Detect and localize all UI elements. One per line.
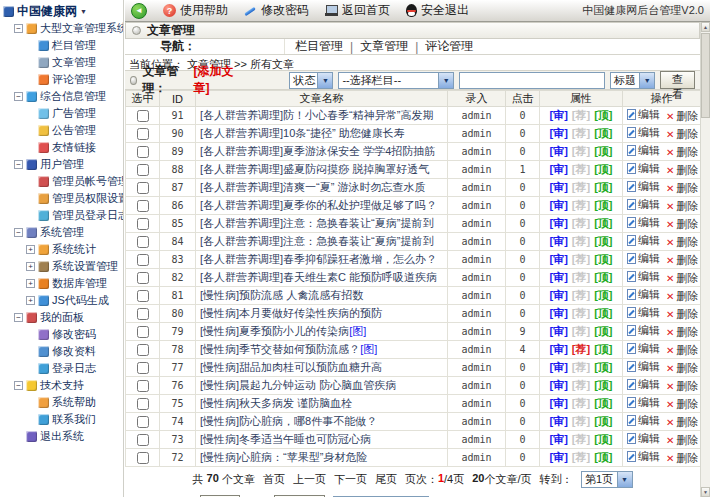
audit-flag[interactable]: [审] [550,433,568,445]
sidebar-item[interactable]: − 系统管理 [0,224,123,241]
edit-button[interactable]: 编辑 [627,449,660,464]
sidebar-item[interactable]: 友情链接 [0,139,123,156]
row-checkbox[interactable] [137,344,149,356]
delete-button[interactable]: ✕删除 [666,361,698,376]
row-checkbox[interactable] [137,308,149,320]
last-page-link[interactable]: 尾页 [375,472,397,487]
edit-button[interactable]: 编辑 [627,215,660,230]
row-checkbox[interactable] [137,452,149,464]
recommend-flag[interactable]: [荐] [572,415,590,427]
sidebar-item[interactable]: + JS代码生成 [0,292,123,309]
edit-button[interactable]: 编辑 [627,143,660,158]
row-checkbox[interactable] [137,128,149,140]
sidebar-item[interactable]: 管理员权限设置 [0,190,123,207]
row-checkbox[interactable] [137,416,149,428]
row-checkbox[interactable] [137,254,149,266]
edit-button[interactable]: 编辑 [627,179,660,194]
audit-flag[interactable]: [审] [550,217,568,229]
sidebar-item[interactable]: 修改资料 [0,343,123,360]
field-select[interactable]: 标题 ▼ [610,72,655,89]
top-flag[interactable]: [顶] [594,325,612,337]
row-checkbox[interactable] [137,398,149,410]
recommend-flag[interactable]: [荐] [572,361,590,373]
edit-button[interactable]: 编辑 [627,269,660,284]
delete-button[interactable]: ✕删除 [666,217,698,232]
recommend-flag[interactable]: [荐] [572,289,590,301]
top-flag[interactable]: [顶] [594,235,612,247]
sidebar-item[interactable]: − 技术支持 [0,377,123,394]
edit-button[interactable]: 编辑 [627,287,660,302]
edit-button[interactable]: 编辑 [627,107,660,122]
article-title-link[interactable]: [慢性病]季节交替如何预防流感？[图] [200,343,377,355]
edit-button[interactable]: 编辑 [627,233,660,248]
top-flag[interactable]: [顶] [594,271,612,283]
top-flag[interactable]: [顶] [594,163,612,175]
collapse-icon[interactable]: − [14,160,23,169]
delete-button[interactable]: ✕删除 [666,397,698,412]
article-title-link[interactable]: [慢性病]防心脏病，哪8件事不能做？ [200,415,377,427]
edit-button[interactable]: 编辑 [627,323,660,338]
delete-button[interactable]: ✕删除 [666,235,698,250]
delete-button[interactable]: ✕删除 [666,307,698,322]
article-title-link[interactable]: [慢性病]本月要做好传染性疾病的预防 [200,307,382,319]
recommend-flag[interactable]: [荐] [572,145,590,157]
search-button[interactable]: 查看 [660,71,695,89]
sidebar-item[interactable]: 栏目管理 [0,37,123,54]
sidebar-item[interactable]: + 系统统计 [0,241,123,258]
row-checkbox[interactable] [137,200,149,212]
audit-flag[interactable]: [审] [550,379,568,391]
top-flag[interactable]: [顶] [594,361,612,373]
article-title-link[interactable]: [各人群营养调理]10条“捷径” 助您健康长寿 [200,127,405,139]
audit-flag[interactable]: [审] [550,109,568,121]
recommend-flag[interactable]: [荐] [572,325,590,337]
top-flag[interactable]: [顶] [594,217,612,229]
top-flag[interactable]: [顶] [594,181,612,193]
sidebar-item[interactable]: 文章管理 [0,54,123,71]
expand-icon[interactable]: + [26,296,35,305]
vertical-scrollbar[interactable]: ▲ ▼ [700,22,710,497]
top-flag[interactable]: [顶] [594,253,612,265]
recommend-flag[interactable]: [荐] [572,235,590,247]
row-checkbox[interactable] [137,326,149,338]
collapse-icon[interactable]: − [14,381,23,390]
top-flag[interactable]: [顶] [594,199,612,211]
delete-button[interactable]: ✕删除 [666,289,698,304]
add-article-link[interactable]: [添加文章] [193,63,236,97]
edit-button[interactable]: 编辑 [627,251,660,266]
nav-link-comment-manage[interactable]: 评论管理 [425,38,473,55]
recommend-flag[interactable]: [荐] [572,127,590,139]
sidebar-item[interactable]: − 用户管理 [0,156,123,173]
article-title-link[interactable]: [各人群营养调理]春季抑郁躁狂者激增，怎么办？ [200,253,437,265]
sidebar-item[interactable]: − 综合信息管理 [0,88,123,105]
logout-button[interactable]: 安全退出 [406,2,469,19]
row-checkbox[interactable] [137,110,149,122]
top-flag[interactable]: [顶] [594,379,612,391]
sidebar-item[interactable]: 评论管理 [0,71,123,88]
sidebar-item[interactable]: 管理员帐号管理 [0,173,123,190]
delete-button[interactable]: ✕删除 [666,415,698,430]
row-checkbox[interactable] [137,182,149,194]
delete-button[interactable]: ✕删除 [666,127,698,142]
row-checkbox[interactable] [137,146,149,158]
edit-button[interactable]: 编辑 [627,341,660,356]
delete-button[interactable]: ✕删除 [666,433,698,448]
article-title-link[interactable]: [慢性病]晨起九分钟运动 防心脑血管疾病 [200,379,396,391]
recommend-flag[interactable]: [荐] [572,307,590,319]
sidebar-item[interactable]: + 系统设置管理 [0,258,123,275]
recommend-flag[interactable]: [荐] [572,343,590,355]
recommend-flag[interactable]: [荐] [572,271,590,283]
article-title-link[interactable]: [慢性病]心脏病：“苹果型”身材危险 [200,451,367,463]
collapse-icon[interactable]: − [14,228,23,237]
sidebar-item[interactable]: 管理员登录日志 [0,207,123,224]
row-checkbox[interactable] [137,272,149,284]
row-checkbox[interactable] [137,218,149,230]
article-title-link[interactable]: [各人群营养调理]春天维生素C 能预防呼吸道疾病 [200,271,437,283]
delete-button[interactable]: ✕删除 [666,199,698,214]
top-flag[interactable]: [顶] [594,145,612,157]
edit-button[interactable]: 编辑 [627,395,660,410]
audit-flag[interactable]: [审] [550,361,568,373]
delete-button[interactable]: ✕删除 [666,163,698,178]
help-button[interactable]: ? 使用帮助 [163,2,228,19]
recommend-flag[interactable]: [荐] [572,217,590,229]
article-title-link[interactable]: [各人群营养调理]夏季你的私处护理做足够了吗？ [200,199,437,211]
